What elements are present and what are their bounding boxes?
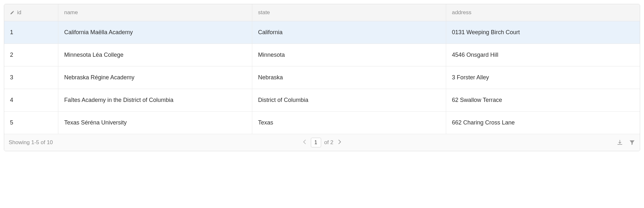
page-number-input[interactable] [311,138,321,147]
data-table-container: id name state address 1California Maëlla… [4,4,640,151]
cell-name: Faîtes Academy in the District of Columb… [58,89,252,112]
column-header-state[interactable]: state [252,4,446,21]
column-header-address[interactable]: address [446,4,640,21]
next-page-button[interactable] [337,140,342,145]
cell-id: 4 [4,89,58,112]
cell-state: Texas [252,112,446,134]
table-row[interactable]: 5Texas Séréna UniversityTexas662 Charing… [4,112,640,134]
cell-address: 662 Charing Cross Lane [446,112,640,134]
table-row[interactable]: 1California Maëlla AcademyCalifornia0131… [4,21,640,44]
table-footer: Showing 1-5 of 10 of 2 [4,134,640,151]
page-of-text: of 2 [324,139,333,146]
cell-name: California Maëlla Academy [58,21,252,44]
column-header-state-label: state [258,9,270,15]
cell-id: 1 [4,21,58,44]
table-row[interactable]: 2Minnesota Léa CollegeMinnesota4546 Onsg… [4,44,640,66]
edit-icon [10,10,14,15]
cell-state: District of Columbia [252,89,446,112]
filter-icon [629,139,635,146]
cell-state: Nebraska [252,66,446,89]
showing-text: Showing 1-5 of 10 [9,139,53,146]
table-row[interactable]: 4Faîtes Academy in the District of Colum… [4,89,640,112]
cell-address: 0131 Weeping Birch Court [446,21,640,44]
download-button[interactable] [617,139,623,146]
column-header-id[interactable]: id [4,4,58,21]
cell-address: 4546 Onsgard Hill [446,44,640,66]
cell-state: California [252,21,446,44]
column-header-name-label: name [64,9,78,15]
prev-page-button[interactable] [302,140,307,145]
cell-address: 3 Forster Alley [446,66,640,89]
data-table: id name state address 1California Maëlla… [4,4,640,134]
cell-name: Minnesota Léa College [58,44,252,66]
pagination: of 2 [302,138,342,147]
cell-id: 2 [4,44,58,66]
cell-name: Texas Séréna University [58,112,252,134]
chevron-right-icon [338,140,341,144]
column-header-id-label: id [17,9,21,16]
filter-button[interactable] [629,139,635,146]
chevron-left-icon [303,140,306,144]
table-row[interactable]: 3Nebraska Régine AcademyNebraska3 Forste… [4,66,640,89]
cell-state: Minnesota [252,44,446,66]
cell-id: 5 [4,112,58,134]
cell-name: Nebraska Régine Academy [58,66,252,89]
cell-address: 62 Swallow Terrace [446,89,640,112]
column-header-name[interactable]: name [58,4,252,21]
download-icon [617,139,623,146]
cell-id: 3 [4,66,58,89]
column-header-address-label: address [452,9,471,15]
